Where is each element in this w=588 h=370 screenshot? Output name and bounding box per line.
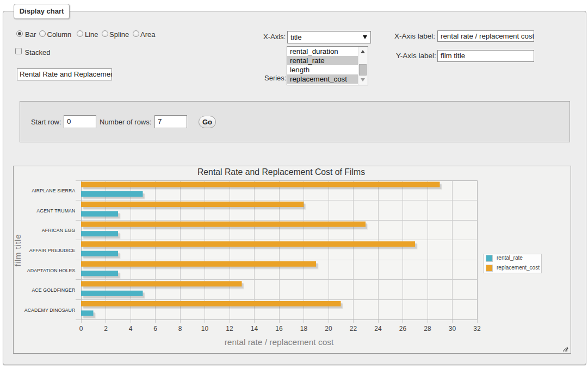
- svg-text:6: 6: [153, 325, 157, 333]
- svg-text:2: 2: [104, 325, 108, 333]
- svg-text:4: 4: [129, 325, 133, 333]
- svg-text:AIRPLANE SIERRA: AIRPLANE SIERRA: [32, 188, 75, 193]
- svg-text:rental rate / replacement cost: rental rate / replacement cost: [225, 337, 334, 347]
- svg-text:12: 12: [226, 325, 233, 333]
- svg-text:ACADEMY DINOSAUR: ACADEMY DINOSAUR: [24, 308, 76, 313]
- svg-text:32: 32: [473, 325, 481, 333]
- svg-text:10: 10: [201, 325, 209, 333]
- svg-text:16: 16: [275, 325, 283, 333]
- svg-text:AFFAIR PREJUDICE: AFFAIR PREJUDICE: [29, 248, 76, 253]
- svg-text:rental_rate: rental_rate: [497, 255, 523, 261]
- svg-text:AFRICAN EGG: AFRICAN EGG: [42, 228, 76, 233]
- svg-text:ACE GOLDFINGER: ACE GOLDFINGER: [32, 287, 75, 293]
- svg-text:22: 22: [350, 325, 357, 333]
- svg-text:Rental Rate and Replacement Co: Rental Rate and Replacement Cost of Film…: [197, 167, 365, 177]
- svg-text:0: 0: [79, 325, 83, 333]
- svg-text:26: 26: [399, 325, 407, 333]
- svg-text:24: 24: [374, 325, 382, 333]
- svg-text:ADAPTATION HOLES: ADAPTATION HOLES: [27, 268, 76, 273]
- svg-text:8: 8: [178, 325, 182, 333]
- svg-text:AGENT TRUMAN: AGENT TRUMAN: [36, 208, 75, 214]
- svg-text:28: 28: [424, 325, 431, 333]
- svg-text:30: 30: [449, 325, 456, 333]
- svg-text:20: 20: [325, 325, 332, 333]
- svg-text:18: 18: [300, 325, 308, 333]
- svg-text:replacement_cost: replacement_cost: [497, 265, 540, 271]
- svg-text:film title: film title: [13, 234, 22, 267]
- svg-text:14: 14: [251, 325, 258, 333]
